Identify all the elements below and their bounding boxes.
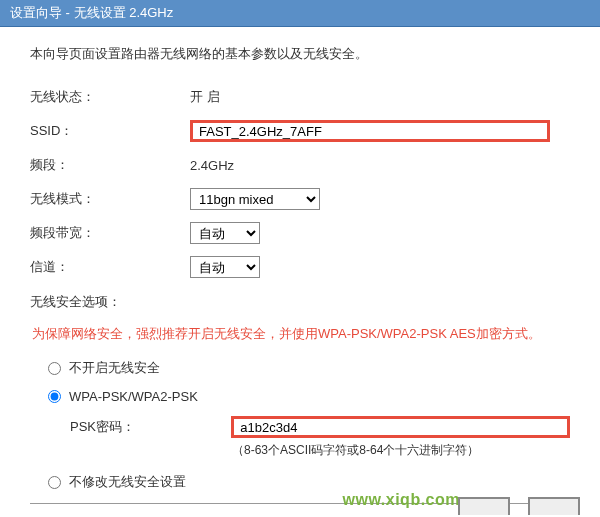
label-wireless-status: 无线状态： [30, 88, 190, 106]
button-next[interactable] [528, 497, 580, 515]
row-psk: PSK密码： [30, 416, 570, 438]
security-warning: 为保障网络安全，强烈推荐开启无线安全，并使用WPA-PSK/WPA2-PSK A… [30, 323, 570, 345]
watermark: www.xiqb.com [343, 491, 460, 509]
label-bandwidth: 频段带宽： [30, 224, 190, 242]
value-wireless-status: 开 启 [190, 88, 570, 106]
mode-select[interactable]: 11bgn mixed [190, 188, 320, 210]
radio-row-disable: 不开启无线安全 [30, 359, 570, 377]
row-ssid: SSID： [30, 119, 570, 143]
button-row [458, 497, 580, 515]
ssid-input[interactable] [190, 120, 550, 142]
row-wireless-status: 无线状态： 开 启 [30, 85, 570, 109]
row-mode: 无线模式： 11bgn mixed [30, 187, 570, 211]
radio-row-wpapsk: WPA-PSK/WPA2-PSK [30, 389, 570, 404]
title-bar: 设置向导 - 无线设置 2.4GHz [0, 0, 600, 27]
radio-wpapsk[interactable] [48, 390, 61, 403]
label-wpapsk: WPA-PSK/WPA2-PSK [69, 389, 198, 404]
content-area: 本向导页面设置路由器无线网络的基本参数以及无线安全。 无线状态： 开 启 SSI… [0, 27, 600, 517]
description-text: 本向导页面设置路由器无线网络的基本参数以及无线安全。 [30, 45, 570, 63]
row-bandwidth: 频段带宽： 自动 [30, 221, 570, 245]
label-mode: 无线模式： [30, 190, 190, 208]
security-section-title: 无线安全选项： [30, 293, 570, 311]
radio-nochange[interactable] [48, 476, 61, 489]
psk-hint: （8-63个ASCII码字符或8-64个十六进制字符） [30, 442, 570, 459]
window-title: 设置向导 - 无线设置 2.4GHz [10, 5, 173, 20]
bandwidth-select[interactable]: 自动 [190, 222, 260, 244]
label-nochange: 不修改无线安全设置 [69, 473, 186, 491]
label-channel: 信道： [30, 258, 190, 276]
button-prev[interactable] [458, 497, 510, 515]
label-disable-security: 不开启无线安全 [69, 359, 160, 377]
radio-disable-security[interactable] [48, 362, 61, 375]
row-band: 频段： 2.4GHz [30, 153, 570, 177]
row-channel: 信道： 自动 [30, 255, 570, 279]
psk-input[interactable] [231, 416, 570, 438]
value-band: 2.4GHz [190, 158, 570, 173]
radio-row-nochange: 不修改无线安全设置 [30, 473, 570, 491]
channel-select[interactable]: 自动 [190, 256, 260, 278]
label-psk: PSK密码： [70, 418, 231, 436]
label-ssid: SSID： [30, 122, 190, 140]
label-band: 频段： [30, 156, 190, 174]
